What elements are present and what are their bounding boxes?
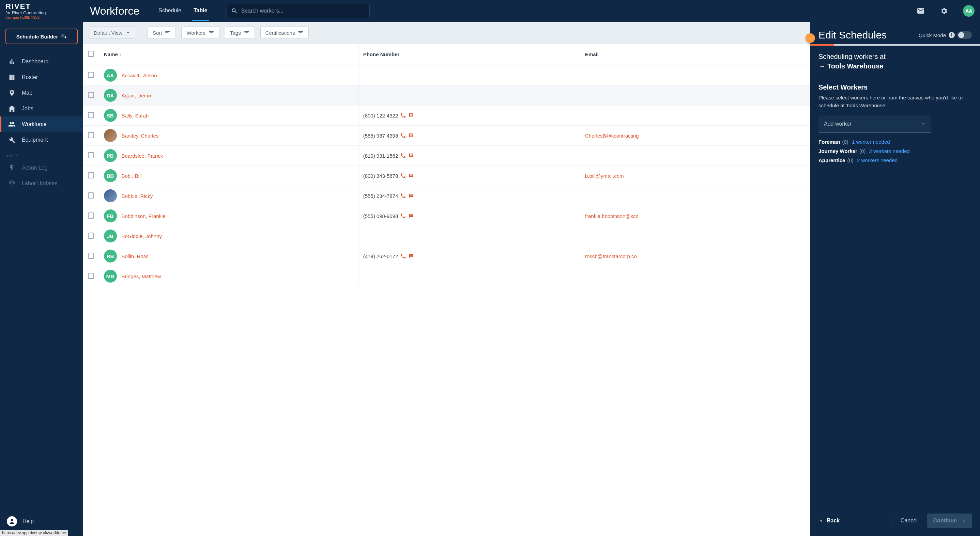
worker-name[interactable]: Bobbie, Ricky xyxy=(122,193,153,199)
row-checkbox[interactable] xyxy=(88,72,94,78)
table-row[interactable]: JBBoGiddle, Johnny xyxy=(83,226,810,246)
tags-filter-chip[interactable]: Tags xyxy=(225,27,255,39)
email-address[interactable]: CharlesB@kcontracting xyxy=(585,133,639,139)
mail-icon[interactable] xyxy=(916,7,925,15)
select-all-checkbox[interactable] xyxy=(88,51,94,57)
worker-name[interactable]: Bally, Sarah xyxy=(122,113,149,119)
phone-icon[interactable] xyxy=(400,152,406,159)
search-input[interactable] xyxy=(241,8,365,14)
user-avatar[interactable]: AA xyxy=(963,5,975,17)
schedule-builder-button[interactable]: Schedule Builder xyxy=(5,29,78,44)
sidebar-item-map[interactable]: Map xyxy=(0,85,83,101)
message-icon[interactable] xyxy=(408,173,414,179)
message-icon[interactable] xyxy=(408,193,414,199)
sidebar-item-workforce[interactable]: Workforce xyxy=(0,116,83,132)
col-name[interactable]: Name↑ xyxy=(99,44,358,65)
row-checkbox[interactable] xyxy=(88,172,94,178)
table-row[interactable]: MBBridges, Matthew xyxy=(83,266,810,286)
tab-schedule[interactable]: Schedule xyxy=(157,2,183,21)
add-worker-dropdown[interactable]: Add worker xyxy=(818,116,931,133)
table-row[interactable]: PBBeardslee, Patrick(810) 931-1562 xyxy=(83,146,810,166)
table-row[interactable]: Barkley, Charles(555) 987-4398CharlesB@k… xyxy=(83,126,810,146)
phone-icon[interactable] xyxy=(400,173,406,179)
sidebar-item-dashboard[interactable]: Dashboard xyxy=(0,54,83,70)
chevron-left-icon xyxy=(818,518,823,523)
worker-name[interactable]: BoGiddle, Johnny xyxy=(122,233,162,239)
gear-icon[interactable] xyxy=(940,7,948,15)
email-address[interactable]: frankie.bobbinson@kco xyxy=(585,213,639,219)
row-checkbox[interactable] xyxy=(88,273,94,279)
search-wrap[interactable] xyxy=(227,4,370,18)
sidebar-item-equipment[interactable]: Equipment xyxy=(0,132,83,148)
row-checkbox[interactable] xyxy=(88,112,94,118)
bolt-icon xyxy=(8,164,16,171)
back-button[interactable]: Back xyxy=(818,518,840,524)
email-address[interactable]: rossb@transtarcorp.co xyxy=(585,253,637,259)
worker-name[interactable]: Barkley, Charles xyxy=(122,133,159,139)
sidebar-item-label: Dashboard xyxy=(22,59,48,65)
certifications-filter-chip[interactable]: Certifications xyxy=(260,27,309,39)
col-phone[interactable]: Phone Number xyxy=(358,44,580,65)
requirements-list: Foreman (0)1 worker neededJourney Worker… xyxy=(818,139,972,163)
select-all-header[interactable] xyxy=(83,44,99,65)
table-row[interactable]: AAAccavitti, Alison xyxy=(83,65,810,86)
worker-name[interactable]: Bob , Bill xyxy=(122,173,142,179)
worker-name[interactable]: Bridges, Matthew xyxy=(122,273,161,279)
message-icon[interactable] xyxy=(408,253,414,259)
table-row[interactable]: DAAgain, Demo xyxy=(83,86,810,106)
table-row[interactable]: SBBally, Sarah(800) 122-4322 xyxy=(83,106,810,126)
sidebar-item-label: Labor Updates xyxy=(22,181,57,187)
tab-table[interactable]: Table xyxy=(192,2,209,21)
caret-down-icon xyxy=(921,122,926,126)
chip-label: Workers xyxy=(186,30,205,36)
row-checkbox[interactable] xyxy=(88,253,94,259)
row-checkbox[interactable] xyxy=(88,212,94,219)
phone-icon[interactable] xyxy=(400,113,406,119)
phone-icon[interactable] xyxy=(400,213,406,219)
table-wrap[interactable]: Name↑ Phone Number Email AAAccavitti, Al… xyxy=(83,44,810,536)
worker-name[interactable]: Again, Demo xyxy=(122,93,151,98)
info-icon[interactable]: i xyxy=(949,32,955,38)
worker-name[interactable]: Beardslee, Patrick xyxy=(122,153,163,159)
phone-icon[interactable] xyxy=(400,132,406,139)
sidebar-item-action-log[interactable]: Action Log xyxy=(0,160,83,176)
worker-avatar: RB xyxy=(104,250,117,263)
requirement-needed-link[interactable]: 1 worker needed xyxy=(852,139,890,145)
table-row[interactable]: FBBobbinson, Frankie(555) 098-9098franki… xyxy=(83,206,810,226)
requirement-needed-link[interactable]: 2 workers needed xyxy=(869,148,910,154)
row-checkbox[interactable] xyxy=(88,132,94,138)
table-row[interactable]: Bobbie, Ricky(555) 234-7874 xyxy=(83,186,810,206)
sidebar-item-jobs[interactable]: Jobs xyxy=(0,101,83,116)
message-icon[interactable] xyxy=(408,113,414,119)
message-icon[interactable] xyxy=(408,152,414,159)
worker-name[interactable]: Bollin, Ross xyxy=(122,253,149,259)
quick-mode-toggle[interactable] xyxy=(958,31,972,39)
phone-icon[interactable] xyxy=(400,253,406,259)
table-row[interactable]: BBBob , Bill(800) 343-5678b.bill@ymail.c… xyxy=(83,166,810,186)
table-row[interactable]: RBBollin, Ross(419) 262-0172rossb@transt… xyxy=(83,246,810,266)
workers-filter-chip[interactable]: Workers xyxy=(181,27,220,39)
requirement-role: Apprentice xyxy=(818,157,845,163)
phone-icon[interactable] xyxy=(400,193,406,199)
requirement-needed-link[interactable]: 2 workers needed xyxy=(857,157,897,163)
sidebar-item-labor-updates[interactable]: Labor Updates xyxy=(0,176,83,191)
row-checkbox[interactable] xyxy=(88,92,94,98)
select-workers-heading: Select Workers xyxy=(818,83,972,91)
continue-button[interactable]: Continue xyxy=(927,514,972,528)
logs-section-label: LOGS xyxy=(0,148,83,160)
worker-name[interactable]: Accavitti, Alison xyxy=(122,73,157,78)
message-icon[interactable] xyxy=(408,213,414,219)
wrench-icon xyxy=(8,136,16,144)
sort-chip[interactable]: Sort xyxy=(148,27,176,39)
sidebar-item-roster[interactable]: Roster xyxy=(0,70,83,85)
email-address[interactable]: b.bill@ymail.com xyxy=(585,173,624,179)
default-view-dropdown[interactable]: Default View xyxy=(89,27,136,39)
worker-name[interactable]: Bobbinson, Frankie xyxy=(122,213,165,219)
cancel-button[interactable]: Cancel xyxy=(892,518,918,524)
row-checkbox[interactable] xyxy=(88,192,94,198)
panel-collapse-button[interactable] xyxy=(805,33,815,43)
message-icon[interactable] xyxy=(408,132,414,139)
col-email[interactable]: Email xyxy=(580,44,810,65)
row-checkbox[interactable] xyxy=(88,152,94,159)
row-checkbox[interactable] xyxy=(88,233,94,239)
